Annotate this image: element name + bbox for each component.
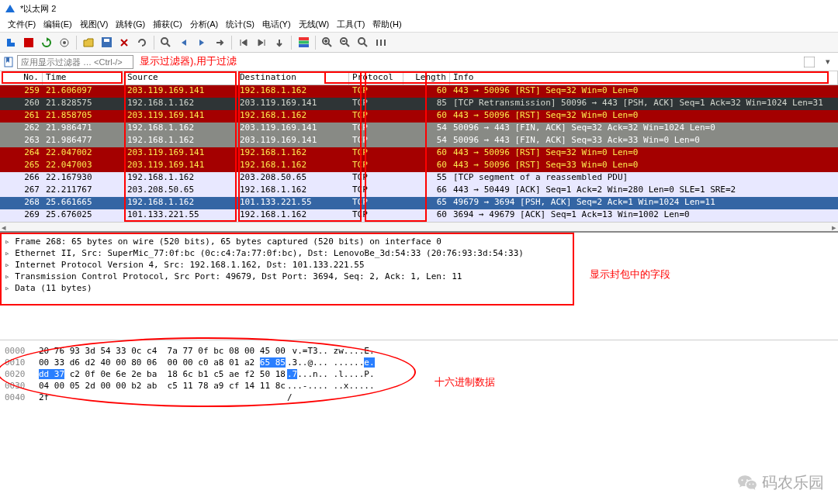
col-no[interactable]: No. [0,71,43,85]
packet-bytes-pane[interactable]: 000020 76 93 3d 54 33 0c c4 7a 77 0f bc … [0,340,838,425]
hex-row[interactable]: 001000 33 d6 d2 40 00 80 06 00 00 c0 a8 … [5,357,833,368]
cell-src: 192.168.1.162 [124,197,237,209]
col-length[interactable]: Length [403,71,450,85]
toolbar-last[interactable] [254,35,269,50]
hex-offset: 0040 [5,392,39,403]
cell-no: 267 [0,185,43,197]
cell-len: 60 [403,209,450,222]
cell-len: 65 [403,197,450,209]
menu-9[interactable]: 工具(T) [334,18,368,31]
detail-line[interactable]: Data (11 bytes) [5,282,835,294]
toolbar-stop-capture[interactable] [21,35,36,50]
cell-dst: 101.133.221.55 [237,197,349,209]
packet-row[interactable]: 26925.676025101.133.221.55192.168.1.162T… [0,209,838,222]
cell-info: 443 → 50096 [RST] Seq=32 Win=0 Len=0 [450,147,838,160]
col-dest[interactable]: Destination [237,71,349,85]
packet-details-pane[interactable]: Frame 268: 65 bytes on wire (520 bits), … [0,231,838,316]
toolbar-resize-cols[interactable] [373,35,389,50]
toolbar-close[interactable] [116,35,132,50]
toolbar-colorize[interactable] [296,35,311,50]
toolbar-restart-capture[interactable] [39,35,54,50]
menu-7[interactable]: 电话(Y) [259,18,294,31]
toolbar-open[interactable] [81,35,96,50]
col-source[interactable]: Source [124,71,237,85]
hex-offset: 0020 [5,368,39,380]
packet-list-scrollbar[interactable]: ◂ ▸ [0,222,838,231]
cell-len: 55 [403,172,450,185]
menu-0[interactable]: 文件(F) [5,18,39,31]
cell-time: 22.047003 [43,160,124,172]
packet-row[interactable]: 26321.986477192.168.1.162203.119.169.141… [0,135,838,147]
packet-row[interactable]: 26021.828575192.168.1.162203.119.169.141… [0,98,838,110]
cell-src: 203.119.169.141 [124,110,237,123]
menu-2[interactable]: 视图(V) [77,18,112,31]
watermark-text: 码农乐园 [762,472,824,493]
toolbar-zoom-reset[interactable] [355,35,371,50]
packet-row[interactable]: 26422.047002203.119.169.141192.168.1.162… [0,147,838,160]
menu-1[interactable]: 编辑(E) [40,18,75,31]
packet-row[interactable]: 26622.167930192.168.1.162203.208.50.65TC… [0,172,838,185]
cell-proto: TCP [349,209,403,222]
packet-list-header[interactable]: No. Time Source Destination Protocol Len… [0,71,838,85]
packet-row[interactable]: 26221.986471192.168.1.162203.119.169.141… [0,123,838,135]
hex-row[interactable]: 00402f/ [5,392,833,403]
hex-row[interactable]: 0020dd 37 c2 0f 0e 6e 2e ba 18 6c b1 c5 … [5,368,833,380]
toolbar-prev[interactable] [176,35,192,50]
cell-no: 263 [0,135,43,147]
packet-row[interactable]: 26522.047003203.119.169.141192.168.1.162… [0,160,838,172]
expression-icon[interactable] [804,57,815,67]
packet-row[interactable]: 26722.211767203.208.50.65192.168.1.162TC… [0,185,838,197]
toolbar-reload[interactable] [134,35,150,50]
packet-row[interactable]: 25921.606097203.119.169.141192.168.1.162… [0,85,838,98]
hex-row[interactable]: 003004 00 05 2d 00 00 b2 ab c5 11 78 a9 … [5,380,833,392]
display-filter-input[interactable] [17,55,133,69]
col-time[interactable]: Time [43,71,124,85]
svg-rect-7 [299,41,309,44]
toolbar-save[interactable] [99,35,114,50]
menu-8[interactable]: 无线(W) [296,18,333,31]
dropdown-icon[interactable]: ▾ [826,57,830,67]
toolbar-zoom-out[interactable] [338,35,353,50]
hex-ascii: .3..@... ......e. [287,357,403,368]
detail-line[interactable]: Transmission Control Protocol, Src Port:… [5,271,835,282]
toolbar-start-capture[interactable] [3,35,19,50]
menu-5[interactable]: 分析(A) [187,18,222,31]
bookmark-icon[interactable] [3,57,14,67]
title-bar: *以太网 2 [0,0,838,17]
packet-row[interactable]: 26121.858705203.119.169.141192.168.1.162… [0,110,838,123]
menu-6[interactable]: 统计(S) [223,18,258,31]
detail-line[interactable]: Internet Protocol Version 4, Src: 192.16… [5,259,835,271]
col-proto[interactable]: Protocol [349,71,403,85]
cell-time: 25.676025 [43,209,124,222]
cell-time: 21.858705 [43,110,124,123]
cell-src: 203.208.50.65 [124,185,237,197]
cell-info: 49679 → 3694 [PSH, ACK] Seq=2 Ack=1 Win=… [450,197,838,209]
toolbar-autoscroll[interactable] [272,35,287,50]
detail-line[interactable]: Frame 268: 65 bytes on wire (520 bits), … [5,236,835,247]
toolbar-find[interactable] [158,35,174,50]
toolbar-goto[interactable] [212,35,227,50]
menu-3[interactable]: 跳转(G) [113,18,148,31]
cell-src: 101.133.221.55 [124,209,237,222]
cell-info: 443 → 50096 [RST] Seq=33 Win=0 Len=0 [450,160,838,172]
detail-line[interactable]: Ethernet II, Src: SuperMic_77:0f:bc (0c:… [5,247,835,259]
packet-row[interactable]: 26825.661665192.168.1.162101.133.221.55T… [0,197,838,209]
toolbar-options[interactable] [57,35,72,50]
cell-no: 261 [0,110,43,123]
hex-row[interactable]: 000020 76 93 3d 54 33 0c c4 7a 77 0f bc … [5,345,833,357]
svg-rect-4 [104,39,109,42]
packet-list-pane: No. Time Source Destination Protocol Len… [0,71,838,222]
cell-dst: 192.168.1.162 [237,85,349,98]
toolbar-first[interactable] [236,35,251,50]
menu-10[interactable]: 帮助(H) [369,18,404,31]
col-info[interactable]: Info [450,71,838,85]
cell-no: 260 [0,98,43,110]
cell-dst: 192.168.1.162 [237,209,349,222]
menu-4[interactable]: 捕获(C) [150,18,185,31]
toolbar-next[interactable] [194,35,210,50]
cell-no: 269 [0,209,43,222]
hex-offset: 0030 [5,380,39,392]
wechat-icon [737,473,757,493]
toolbar-zoom-in[interactable] [320,35,335,50]
cell-src: 192.168.1.162 [124,123,237,135]
